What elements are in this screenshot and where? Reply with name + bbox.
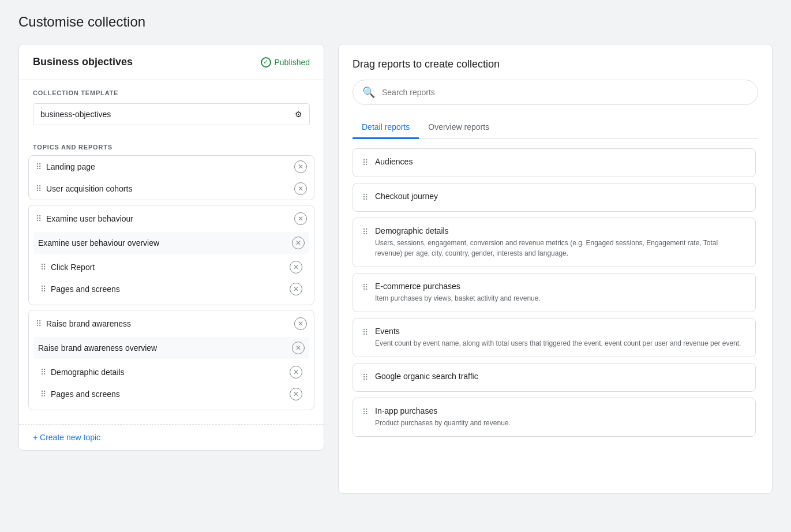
- tab-overview-reports[interactable]: Overview reports: [419, 117, 498, 139]
- topic-group-brand: Raise brand awareness ✕ Raise brand awar…: [28, 310, 314, 410]
- list-item: Raise brand awareness overview ✕: [33, 337, 309, 359]
- drag-reports-title: Drag reports to create collection: [353, 58, 758, 70]
- drag-handle-icon[interactable]: [362, 158, 368, 167]
- report-name: Pages and screens: [51, 284, 285, 294]
- list-item: Pages and screens ✕: [33, 278, 309, 300]
- drag-handle-icon[interactable]: [36, 319, 42, 328]
- card-content: E-commerce purchases Item purchases by v…: [375, 282, 746, 304]
- drag-handle-icon[interactable]: [362, 193, 368, 202]
- drag-handle-icon[interactable]: [40, 389, 46, 399]
- right-panel: Drag reports to create collection 🔍 Deta…: [338, 44, 773, 494]
- left-header: Business objectives ✓ Published: [19, 44, 324, 80]
- remove-button[interactable]: ✕: [290, 388, 302, 400]
- card-content: In-app purchases Product purchases by qu…: [375, 406, 746, 428]
- remove-button[interactable]: ✕: [290, 261, 302, 274]
- drag-handle-icon[interactable]: [40, 263, 46, 272]
- report-card-checkout[interactable]: Checkout journey: [353, 183, 756, 212]
- drag-handle-icon[interactable]: [362, 373, 368, 382]
- remove-button[interactable]: ✕: [294, 160, 307, 173]
- tab-detail-reports[interactable]: Detail reports: [353, 117, 419, 139]
- card-content: Audiences: [375, 157, 746, 168]
- report-description: Product purchases by quantity and revenu…: [375, 418, 746, 428]
- report-title: Events: [375, 327, 746, 336]
- create-topic-button[interactable]: + Create new topic: [19, 424, 324, 450]
- topic-name: Examine user behaviour: [46, 214, 290, 223]
- card-content: Google organic search traffic: [375, 372, 746, 383]
- card-content: Checkout journey: [375, 192, 746, 203]
- drag-handle-icon[interactable]: [362, 328, 368, 337]
- published-label: Published: [275, 58, 310, 67]
- report-card-events[interactable]: Events Event count by event name, along …: [353, 318, 756, 357]
- remove-button[interactable]: ✕: [290, 366, 302, 379]
- main-layout: Business objectives ✓ Published COLLECTI…: [18, 44, 773, 494]
- report-name: Raise brand awareness overview: [38, 343, 287, 353]
- report-name: Examine user behaviour overview: [38, 238, 287, 248]
- drag-handle-icon[interactable]: [40, 368, 46, 377]
- remove-topic-button[interactable]: ✕: [294, 212, 307, 225]
- create-topic-label: + Create new topic: [33, 433, 100, 442]
- search-bar[interactable]: 🔍: [353, 80, 758, 105]
- drag-handle-icon[interactable]: [40, 284, 46, 294]
- card-content: Demographic details Users, sessions, eng…: [375, 226, 746, 258]
- published-badge: ✓ Published: [261, 57, 310, 68]
- drag-handle-icon[interactable]: [36, 184, 42, 193]
- drag-handle-icon[interactable]: [362, 283, 368, 292]
- list-item: Demographic details ✕: [33, 361, 309, 383]
- report-name: Landing page: [46, 162, 290, 171]
- topic-header: Examine user behaviour ✕: [29, 205, 314, 232]
- report-name: Pages and screens: [51, 389, 285, 399]
- report-description: Users, sessions, engagement, conversion …: [375, 238, 746, 258]
- report-name: Demographic details: [51, 368, 285, 377]
- card-content: Events Event count by event name, along …: [375, 327, 746, 349]
- topic-header: Raise brand awareness ✕: [29, 310, 314, 337]
- report-title: Audiences: [375, 157, 746, 166]
- drag-handle-icon[interactable]: [362, 227, 368, 237]
- template-value: business-objectives: [40, 110, 111, 119]
- page-title: Customise collection: [18, 14, 773, 30]
- topic-items: Raise brand awareness overview ✕ Demogra…: [29, 337, 314, 410]
- tabs-row: Detail reports Overview reports: [353, 117, 758, 139]
- check-circle-icon: ✓: [261, 57, 271, 68]
- remove-topic-button[interactable]: ✕: [294, 317, 307, 330]
- collection-template-label: COLLECTION TEMPLATE: [19, 80, 324, 101]
- list-item: Pages and screens ✕: [33, 383, 309, 405]
- report-card-audiences[interactable]: Audiences: [353, 148, 756, 177]
- report-title: Google organic search traffic: [375, 372, 746, 381]
- report-title: E-commerce purchases: [375, 282, 746, 291]
- list-item: Click Report ✕: [33, 256, 309, 278]
- report-card-in-app[interactable]: In-app purchases Product purchases by qu…: [353, 398, 756, 437]
- topics-section: Landing page ✕ User acquisition cohorts …: [19, 155, 324, 424]
- gear-icon[interactable]: ⚙: [295, 110, 302, 119]
- report-card-ecommerce[interactable]: E-commerce purchases Item purchases by v…: [353, 273, 756, 312]
- list-item: Landing page ✕: [29, 156, 314, 178]
- topics-reports-label: TOPICS AND REPORTS: [19, 134, 324, 155]
- search-icon: 🔍: [362, 86, 375, 99]
- topic-items: Examine user behaviour overview ✕ Click …: [29, 232, 314, 305]
- report-card-google-organic[interactable]: Google organic search traffic: [353, 363, 756, 392]
- template-row: business-objectives ⚙: [19, 101, 324, 134]
- list-item: Examine user behaviour overview ✕: [33, 232, 309, 254]
- report-title: Checkout journey: [375, 192, 746, 201]
- search-input[interactable]: [382, 88, 748, 97]
- remove-button[interactable]: ✕: [292, 237, 305, 249]
- drag-handle-icon[interactable]: [36, 214, 42, 223]
- report-description: Item purchases by views, basket activity…: [375, 293, 746, 304]
- list-item: User acquisition cohorts ✕: [29, 178, 314, 200]
- remove-button[interactable]: ✕: [292, 342, 305, 354]
- reports-list: Audiences Checkout journey Demographic d…: [353, 148, 758, 443]
- topic-group-examine: Examine user behaviour ✕ Examine user be…: [28, 205, 314, 305]
- left-panel: Business objectives ✓ Published COLLECTI…: [18, 44, 324, 451]
- drag-handle-icon[interactable]: [36, 162, 42, 171]
- report-name: Click Report: [51, 263, 285, 272]
- report-title: In-app purchases: [375, 406, 746, 415]
- standalone-group: Landing page ✕ User acquisition cohorts …: [28, 155, 314, 200]
- report-description: Event count by event name, along with to…: [375, 338, 746, 349]
- drag-handle-icon[interactable]: [362, 407, 368, 417]
- template-input[interactable]: business-objectives ⚙: [33, 103, 310, 125]
- remove-button[interactable]: ✕: [294, 182, 307, 195]
- collection-title: Business objectives: [33, 56, 133, 68]
- report-card-demographic[interactable]: Demographic details Users, sessions, eng…: [353, 218, 756, 267]
- remove-button[interactable]: ✕: [290, 283, 302, 295]
- report-name: User acquisition cohorts: [46, 184, 290, 193]
- report-title: Demographic details: [375, 226, 746, 235]
